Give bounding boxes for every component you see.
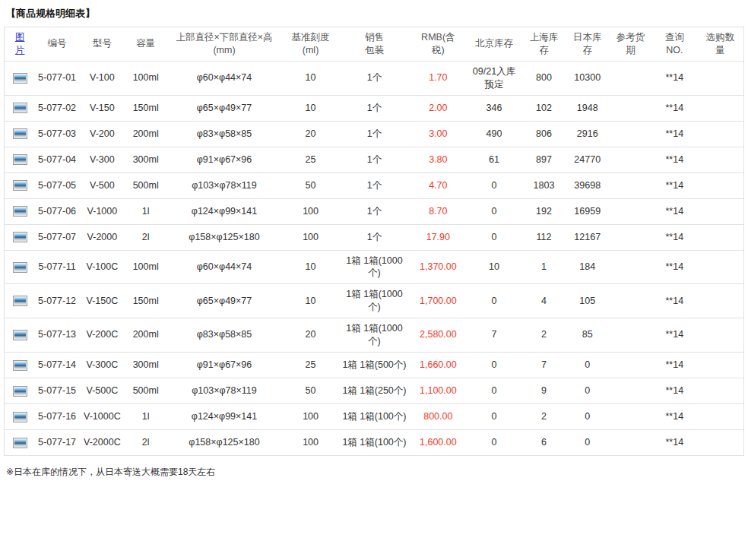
cell-scale: 20 (283, 318, 339, 353)
cell-jp: 10300 (566, 61, 609, 95)
cell-dims: φ83×φ58×85 (166, 121, 282, 147)
cell-dims: φ91×φ67×96 (166, 147, 282, 172)
column-header-ref: 参考货 期 (609, 27, 651, 62)
cell-ref (609, 429, 651, 455)
cell-qty (697, 121, 744, 147)
cell-sh: 2 (522, 403, 566, 429)
cell-bj: 7 (466, 318, 522, 353)
product-image-thumbnail[interactable] (13, 412, 27, 422)
table-row: 5-077-07V-20002lφ158×φ125×1801001个17.900… (5, 224, 744, 250)
cell-price: 4.70 (410, 172, 467, 198)
table-row: 5-077-05V-500500mlφ103×φ78×119501个4.7001… (5, 172, 744, 198)
cell-ref (609, 198, 651, 224)
cell-qty (697, 61, 744, 95)
cell-capacity: 300ml (125, 352, 166, 378)
cell-capacity: 100ml (125, 250, 166, 284)
product-image-thumbnail[interactable] (13, 103, 27, 113)
column-header-query: 查询 NO. (652, 27, 697, 62)
product-image-thumbnail[interactable] (13, 232, 27, 242)
table-header-row: 图 片编号型号容量上部直径×下部直径×高 (mm)基准刻度 (ml)销售 包装R… (5, 27, 744, 62)
cell-pack: 1箱 1箱(1000个) (338, 250, 410, 284)
cell-bj: 0 (466, 403, 522, 429)
cell-query: **14 (652, 224, 697, 250)
cell-image (5, 198, 36, 224)
cell-query: **14 (652, 284, 697, 318)
cell-capacity: 150ml (125, 95, 166, 121)
column-header-code: 编号 (35, 27, 78, 62)
cell-query: **14 (652, 378, 697, 403)
cell-pack: 1个 (338, 224, 410, 250)
column-header-pack: 销售 包装 (338, 27, 410, 62)
product-image-thumbnail[interactable] (13, 128, 27, 139)
table-row: 5-077-15V-500C500mlφ103×φ78×119501箱 1箱(2… (5, 378, 744, 403)
product-image-thumbnail[interactable] (13, 206, 27, 217)
cell-code: 5-077-15 (35, 378, 78, 403)
product-image-thumbnail[interactable] (13, 154, 27, 165)
product-image-thumbnail[interactable] (13, 386, 27, 397)
cell-bj: 0 (466, 429, 522, 455)
cell-code: 5-077-05 (35, 172, 78, 198)
image-column-link[interactable]: 图 片 (15, 32, 25, 55)
table-row: 5-077-03V-200200mlφ83×φ58×85201个3.004908… (5, 121, 744, 147)
product-image-thumbnail[interactable] (13, 180, 27, 191)
page-title: 【商品规格明细表】 (0, 0, 748, 27)
cell-scale: 50 (283, 378, 339, 403)
cell-image (5, 318, 36, 353)
cell-dims: φ158×φ125×180 (166, 429, 282, 455)
table-row: 5-077-13V-200C200mlφ83×φ58×85201箱 1箱(100… (5, 318, 744, 353)
cell-bj: 346 (466, 95, 522, 121)
product-image-thumbnail[interactable] (13, 330, 27, 340)
table-row: 5-077-17V-2000C2lφ158×φ125×1801001箱 1箱(1… (5, 429, 744, 455)
cell-jp: 2916 (566, 121, 609, 147)
cell-scale: 25 (283, 147, 339, 172)
cell-pack: 1个 (338, 172, 410, 198)
cell-bj: 0 (466, 172, 522, 198)
column-header-qty: 选购数 量 (697, 27, 744, 62)
cell-jp: 184 (566, 250, 609, 284)
cell-model: V-100C (79, 250, 125, 284)
cell-code: 5-077-11 (35, 250, 78, 284)
cell-code: 5-077-06 (35, 198, 78, 224)
cell-jp: 0 (566, 352, 609, 378)
cell-ref (609, 403, 651, 429)
cell-sh: 897 (522, 147, 566, 172)
cell-capacity: 2l (125, 224, 166, 250)
cell-qty (697, 403, 744, 429)
cell-jp: 1948 (566, 95, 609, 121)
cell-scale: 10 (283, 284, 339, 318)
product-image-thumbnail[interactable] (13, 438, 27, 448)
cell-sh: 800 (522, 61, 566, 95)
table-row: 5-077-02V-150150mlφ65×φ49×77101个2.003461… (5, 95, 744, 121)
cell-capacity: 150ml (125, 284, 166, 318)
column-header-jp: 日本库 存 (566, 27, 609, 62)
cell-code: 5-077-04 (35, 147, 78, 172)
cell-sh: 9 (522, 378, 566, 403)
product-image-thumbnail[interactable] (13, 262, 27, 273)
product-image-thumbnail[interactable] (13, 73, 27, 84)
cell-model: V-2000C (79, 429, 125, 455)
cell-jp: 16959 (566, 198, 609, 224)
cell-model: V-500C (79, 378, 125, 403)
cell-ref (609, 224, 651, 250)
cell-price: 1,100.00 (410, 378, 467, 403)
product-image-thumbnail[interactable] (13, 296, 27, 306)
cell-qty (697, 250, 744, 284)
cell-query: **14 (652, 198, 697, 224)
cell-model: V-200C (79, 318, 125, 353)
column-header-model: 型号 (79, 27, 125, 62)
cell-qty (697, 95, 744, 121)
cell-qty (697, 198, 744, 224)
cell-pack: 1箱 1箱(1000个) (338, 318, 410, 353)
cell-dims: φ65×φ49×77 (166, 284, 282, 318)
product-image-thumbnail[interactable] (13, 360, 27, 371)
cell-model: V-500 (79, 172, 125, 198)
column-header-scale: 基准刻度 (ml) (283, 27, 339, 62)
cell-qty (697, 352, 744, 378)
column-header-image: 图 片 (5, 27, 36, 62)
cell-scale: 10 (283, 95, 339, 121)
cell-capacity: 2l (125, 429, 166, 455)
cell-code: 5-077-01 (35, 61, 78, 95)
cell-image (5, 95, 36, 121)
cell-price: 2,580.00 (410, 318, 467, 353)
cell-sh: 806 (522, 121, 566, 147)
